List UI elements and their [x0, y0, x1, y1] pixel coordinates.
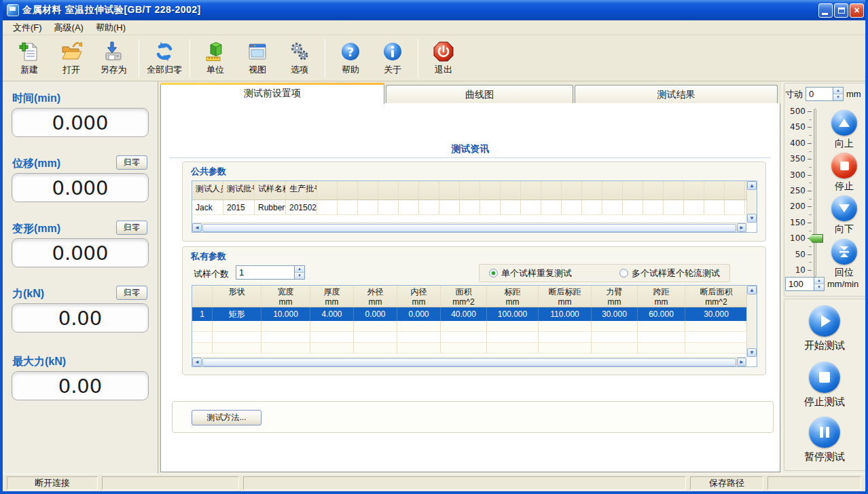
toolbar-separator	[139, 39, 139, 78]
scroll-left-icon[interactable]: ◄	[192, 358, 202, 366]
table-row[interactable]: Jack2015Rubber201502	[192, 200, 757, 215]
toolbar-button-units[interactable]: 单位	[194, 38, 236, 79]
scroll-up-icon[interactable]: ▲	[747, 181, 757, 190]
toolbar-group: 退出	[422, 37, 465, 79]
scroll-right-icon[interactable]: ►	[737, 223, 746, 232]
scroll-down-icon[interactable]: ▼	[747, 348, 757, 357]
slider-tick-label: 450	[784, 122, 806, 132]
table-header-row: 形状宽度mm厚度mm外径mm内径mm面积mm^2标距mm断后标距mm力臂mm跨距…	[192, 286, 757, 307]
horizontal-scrollbar[interactable]: ◄►	[192, 223, 746, 232]
slider-tick-label: 150	[784, 218, 806, 227]
spin-down-icon[interactable]: ▼	[295, 273, 304, 279]
tab-1[interactable]: 曲线图	[386, 85, 573, 104]
zero-button-displacement[interactable]: 归零	[116, 155, 147, 170]
zero-button-deformation[interactable]: 归零	[116, 221, 147, 235]
menu-item-0[interactable]: 文件(F)	[7, 20, 48, 35]
spin-up-icon[interactable]: ▲	[295, 266, 304, 273]
cell	[539, 321, 592, 332]
toolbar-group: 新建打开另存为	[8, 37, 134, 79]
slider-tick-label: 400	[784, 138, 806, 148]
toolbar-button-open[interactable]: 打开	[50, 38, 92, 79]
slider-tick-minor	[809, 183, 812, 183]
scroll-left-icon[interactable]: ◄	[192, 223, 202, 232]
jog-home-button[interactable]	[831, 239, 857, 265]
cell: 110.000	[539, 307, 592, 321]
cell	[354, 332, 397, 343]
pause-test-button[interactable]	[809, 417, 840, 448]
sample-count-spinner[interactable]: 1 ▲▼	[236, 265, 305, 280]
header-cell: 测试批号	[223, 181, 255, 200]
cell: 1	[192, 307, 213, 321]
cell	[310, 321, 354, 332]
speed-value: 100	[786, 278, 814, 290]
test-method-button[interactable]: 测试方法...	[192, 410, 261, 425]
cell: 10.000	[261, 307, 310, 321]
menu-item-1[interactable]: 高级(A)	[48, 20, 90, 35]
toolbar-button-new[interactable]: 新建	[8, 38, 50, 79]
jog-spinner[interactable]: 0 ▲▼	[806, 87, 844, 101]
spin-up-icon[interactable]: ▲	[833, 88, 843, 94]
speed-spinner[interactable]: 100 ▲▼	[785, 277, 825, 291]
scroll-up-icon[interactable]: ▲	[747, 286, 757, 294]
cell	[310, 332, 354, 343]
tab-0[interactable]: 测试前设置项	[160, 83, 384, 104]
jog-down-button[interactable]	[831, 195, 857, 221]
speed-unit: mm/min	[827, 279, 858, 289]
maximize-button[interactable]	[834, 3, 848, 18]
stop-test-button[interactable]	[809, 362, 840, 393]
radio-option-0[interactable]: 单个试样重复测试	[489, 267, 572, 280]
cell: 201502	[286, 200, 317, 214]
radio-selected-icon[interactable]	[489, 269, 498, 278]
spin-down-icon[interactable]: ▼	[814, 284, 824, 290]
close-button[interactable]: ×	[850, 3, 864, 18]
slider-tick-minor	[809, 262, 812, 263]
table-row-empty[interactable]	[192, 343, 757, 354]
spin-down-icon[interactable]: ▼	[833, 94, 843, 100]
zero-button-force[interactable]: 归零	[116, 286, 147, 300]
vertical-scrollbar[interactable]: ▲▼	[746, 181, 757, 223]
horizontal-scrollbar[interactable]: ◄►	[192, 357, 746, 366]
status-segment-0[interactable]: 断开连接	[7, 476, 98, 490]
cell	[460, 200, 480, 214]
table-row-empty[interactable]	[192, 321, 757, 332]
toolbar-button-exit[interactable]: 退出	[422, 38, 465, 79]
table-row-empty[interactable]	[192, 332, 757, 343]
scroll-down-icon[interactable]: ▼	[747, 214, 757, 223]
radio-option-1[interactable]: 多个试样逐个轮流测试	[619, 267, 720, 280]
tab-2[interactable]: 测试结果	[575, 85, 778, 104]
status-segment-3[interactable]: 保存路径	[690, 476, 763, 490]
slider-tick-mark	[808, 270, 812, 271]
header-cell	[358, 181, 378, 200]
menu-item-2[interactable]: 帮助(H)	[90, 20, 132, 35]
public-params-table[interactable]: 测试人员测试批号试样名称生产批号Jack2015Rubber201502▲▼◄►	[192, 180, 757, 233]
private-params-table[interactable]: 形状宽度mm厚度mm外径mm内径mm面积mm^2标距mm断后标距mm力臂mm跨距…	[192, 285, 757, 367]
header-cell	[602, 181, 623, 200]
toolbar-button-options[interactable]: 选项	[278, 38, 321, 79]
vertical-scrollbar[interactable]: ▲▼	[746, 286, 757, 357]
header-cell	[192, 286, 213, 307]
toolbar-button-view[interactable]: 视图	[236, 38, 278, 79]
jog-stop-button[interactable]	[831, 153, 857, 178]
new-icon	[18, 41, 40, 62]
scroll-thumb[interactable]	[202, 358, 736, 366]
cell: 4.000	[310, 307, 354, 321]
toolbar-button-about[interactable]: 关于	[372, 38, 414, 79]
speed-slider-track[interactable]	[814, 109, 816, 277]
save-as-icon	[103, 41, 124, 62]
slider-tick-mark	[808, 254, 812, 255]
toolbar-button-help[interactable]: ?帮助	[329, 38, 372, 79]
table-row-selected[interactable]: 1矩形10.0004.0000.0000.00040.000100.000110…	[192, 307, 757, 321]
radio-unselected-icon[interactable]	[619, 269, 628, 278]
scroll-right-icon[interactable]: ►	[737, 358, 746, 366]
cell	[441, 332, 487, 343]
readout-value-max-force: 0.00	[12, 371, 149, 400]
toolbar-button-save-as[interactable]: 另存为	[92, 38, 134, 79]
scroll-thumb[interactable]	[202, 224, 736, 232]
minimize-button[interactable]	[818, 3, 833, 18]
toolbar-button-zero-all[interactable]: 全部归零	[143, 38, 185, 79]
jog-up-button[interactable]	[831, 110, 857, 136]
start-test-button[interactable]	[809, 305, 840, 337]
readout-value-time: 0.000	[12, 108, 149, 137]
header-cell	[643, 181, 664, 200]
header-cell	[725, 181, 745, 200]
